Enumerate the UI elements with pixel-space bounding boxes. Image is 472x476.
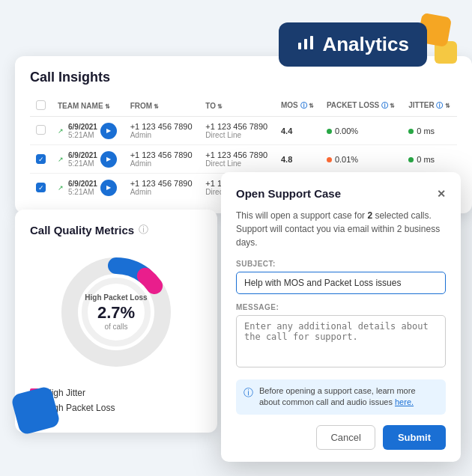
modal-header: Open Support Case ✕ [236, 187, 446, 200]
modal-selected-count: 2 [367, 210, 372, 221]
info-bar-icon: ⓘ [243, 386, 253, 400]
modal-close-button[interactable]: ✕ [437, 188, 446, 200]
row3-checkbox[interactable]: ✓ [36, 183, 46, 192]
analytics-badge: Analytics [279, 22, 427, 67]
row1-arrow-icon: ↗ [58, 127, 64, 135]
cqm-title: Call Quality Metrics [30, 224, 134, 237]
donut-percentage: 2.7% [85, 303, 147, 323]
submit-button[interactable]: Submit [383, 425, 446, 450]
svg-rect-1 [304, 39, 307, 49]
table-row: ↗ 6/9/2021 5:21AM ▶ +1 123 456 7890 Admi… [30, 117, 457, 145]
donut-label: High Packet Loss [85, 293, 147, 302]
cancel-button[interactable]: Cancel [316, 425, 375, 450]
subject-label: SUBJECT: [236, 260, 446, 268]
modal-title: Open Support Case [236, 187, 341, 200]
row1-packet-dot [327, 129, 332, 134]
donut-sublabel: of calls [85, 323, 147, 331]
col-team-name[interactable]: TEAM NAME [52, 96, 124, 117]
row2-checkbox[interactable]: ✓ [36, 154, 46, 164]
open-support-case-modal: Open Support Case ✕ This will open a sup… [221, 172, 461, 462]
svg-rect-2 [310, 36, 313, 49]
row2-play-button[interactable]: ▶ [100, 151, 117, 168]
analytics-icon [297, 34, 315, 56]
modal-actions: Cancel Submit [236, 425, 446, 450]
info-bar-text: Before opening a support case, learn mor… [259, 385, 438, 409]
row2-packet-dot [327, 157, 332, 162]
info-bar-link[interactable]: here. [395, 397, 414, 406]
row2-jitter-dot [408, 157, 414, 162]
svg-rect-0 [298, 43, 301, 49]
col-jitter[interactable]: JITTER ⓘ [402, 96, 457, 117]
row1-jitter-dot [408, 129, 414, 134]
row1-checkbox[interactable] [36, 125, 46, 135]
message-label: MESSAGE: [236, 303, 446, 311]
info-bar: ⓘ Before opening a support case, learn m… [236, 379, 446, 415]
col-from[interactable]: FROM [124, 96, 200, 117]
table-row: ✓ ↗ 6/9/2021 5:21AM ▶ +1 123 456 7890 Ad… [30, 145, 457, 174]
cqm-info-icon[interactable]: ⓘ [139, 223, 148, 237]
analytics-label: Analytics [322, 33, 409, 56]
row1-play-button[interactable]: ▶ [100, 123, 117, 139]
col-mos[interactable]: MOS ⓘ [275, 96, 321, 117]
subject-input[interactable] [236, 272, 446, 294]
row3-play-button[interactable]: ▶ [100, 180, 117, 196]
row2-arrow-icon: ↗ [58, 156, 64, 163]
modal-description: This will open a support case for 2 sele… [236, 209, 446, 249]
col-to[interactable]: TO [199, 96, 275, 117]
legend-jitter: High Jitter [30, 388, 202, 398]
message-textarea[interactable] [236, 315, 446, 367]
donut-chart: High Packet Loss 2.7% of calls [30, 248, 202, 376]
header-checkbox[interactable] [36, 100, 46, 110]
row3-arrow-icon: ↗ [58, 184, 64, 192]
col-packet-loss[interactable]: PACKET LOSS ⓘ [321, 96, 402, 117]
call-insights-title: Call Insights [30, 70, 457, 85]
